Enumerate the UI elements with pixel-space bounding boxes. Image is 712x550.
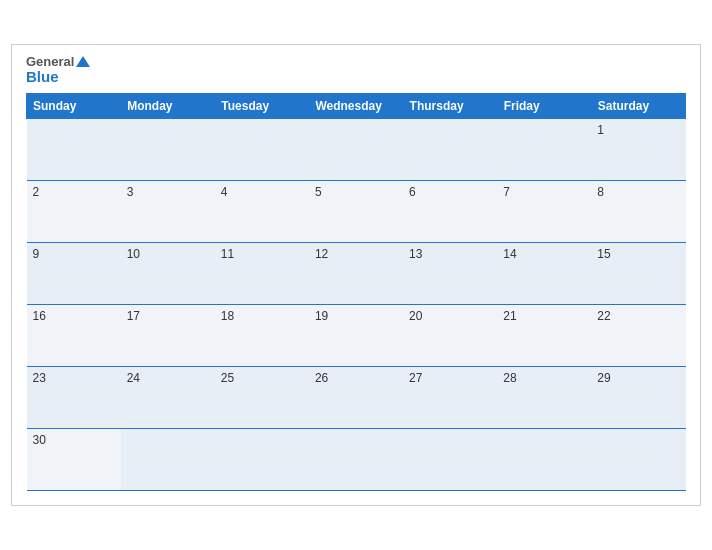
day-number: 13 <box>409 247 422 261</box>
day-number: 18 <box>221 309 234 323</box>
day-number: 22 <box>597 309 610 323</box>
calendar-day-cell <box>497 119 591 181</box>
calendar-day-cell <box>215 119 309 181</box>
calendar-day-cell: 4 <box>215 181 309 243</box>
day-number: 2 <box>33 185 40 199</box>
day-number: 28 <box>503 371 516 385</box>
calendar-week-row: 2345678 <box>27 181 686 243</box>
calendar-day-cell: 5 <box>309 181 403 243</box>
day-number: 8 <box>597 185 604 199</box>
day-number: 9 <box>33 247 40 261</box>
calendar-week-row: 30 <box>27 429 686 491</box>
calendar-day-cell: 2 <box>27 181 121 243</box>
calendar-day-cell: 14 <box>497 243 591 305</box>
calendar-day-cell: 26 <box>309 367 403 429</box>
calendar-day-cell: 29 <box>591 367 685 429</box>
weekday-header-row: SundayMondayTuesdayWednesdayThursdayFrid… <box>27 94 686 119</box>
day-number: 10 <box>127 247 140 261</box>
calendar-day-cell: 28 <box>497 367 591 429</box>
day-number: 24 <box>127 371 140 385</box>
calendar-day-cell: 6 <box>403 181 497 243</box>
day-number: 14 <box>503 247 516 261</box>
calendar-container: General Blue SundayMondayTuesdayWednesda… <box>11 44 701 507</box>
calendar-day-cell: 13 <box>403 243 497 305</box>
calendar-day-cell <box>309 119 403 181</box>
calendar-thead: SundayMondayTuesdayWednesdayThursdayFrid… <box>27 94 686 119</box>
day-number: 27 <box>409 371 422 385</box>
calendar-day-cell <box>215 429 309 491</box>
calendar-day-cell: 3 <box>121 181 215 243</box>
calendar-day-cell: 25 <box>215 367 309 429</box>
day-number: 25 <box>221 371 234 385</box>
calendar-week-row: 16171819202122 <box>27 305 686 367</box>
calendar-day-cell <box>403 429 497 491</box>
day-number: 15 <box>597 247 610 261</box>
weekday-header-thursday: Thursday <box>403 94 497 119</box>
logo-triangle-icon <box>76 56 90 67</box>
calendar-day-cell: 23 <box>27 367 121 429</box>
calendar-day-cell: 17 <box>121 305 215 367</box>
day-number: 30 <box>33 433 46 447</box>
calendar-week-row: 9101112131415 <box>27 243 686 305</box>
calendar-day-cell <box>591 429 685 491</box>
day-number: 19 <box>315 309 328 323</box>
weekday-header-sunday: Sunday <box>27 94 121 119</box>
calendar-day-cell: 20 <box>403 305 497 367</box>
day-number: 1 <box>597 123 604 137</box>
calendar-day-cell: 16 <box>27 305 121 367</box>
calendar-day-cell: 9 <box>27 243 121 305</box>
calendar-day-cell: 18 <box>215 305 309 367</box>
calendar-day-cell <box>27 119 121 181</box>
calendar-day-cell: 12 <box>309 243 403 305</box>
calendar-header: General Blue <box>26 55 686 86</box>
day-number: 5 <box>315 185 322 199</box>
day-number: 26 <box>315 371 328 385</box>
day-number: 11 <box>221 247 234 261</box>
calendar-day-cell <box>121 119 215 181</box>
calendar-body: 1234567891011121314151617181920212223242… <box>27 119 686 491</box>
day-number: 4 <box>221 185 228 199</box>
day-number: 7 <box>503 185 510 199</box>
weekday-header-wednesday: Wednesday <box>309 94 403 119</box>
day-number: 17 <box>127 309 140 323</box>
calendar-day-cell: 19 <box>309 305 403 367</box>
day-number: 6 <box>409 185 416 199</box>
calendar-week-row: 23242526272829 <box>27 367 686 429</box>
calendar-day-cell <box>497 429 591 491</box>
calendar-day-cell: 8 <box>591 181 685 243</box>
logo: General Blue <box>26 55 90 86</box>
day-number: 20 <box>409 309 422 323</box>
calendar-day-cell <box>309 429 403 491</box>
calendar-table: SundayMondayTuesdayWednesdayThursdayFrid… <box>26 93 686 491</box>
day-number: 12 <box>315 247 328 261</box>
day-number: 16 <box>33 309 46 323</box>
calendar-day-cell: 24 <box>121 367 215 429</box>
calendar-day-cell: 22 <box>591 305 685 367</box>
weekday-header-friday: Friday <box>497 94 591 119</box>
logo-blue-text: Blue <box>26 69 90 86</box>
calendar-day-cell: 11 <box>215 243 309 305</box>
calendar-day-cell <box>121 429 215 491</box>
calendar-day-cell: 15 <box>591 243 685 305</box>
calendar-day-cell: 7 <box>497 181 591 243</box>
day-number: 21 <box>503 309 516 323</box>
calendar-day-cell: 30 <box>27 429 121 491</box>
calendar-day-cell: 27 <box>403 367 497 429</box>
weekday-header-saturday: Saturday <box>591 94 685 119</box>
calendar-day-cell: 10 <box>121 243 215 305</box>
calendar-day-cell: 1 <box>591 119 685 181</box>
weekday-header-monday: Monday <box>121 94 215 119</box>
day-number: 29 <box>597 371 610 385</box>
calendar-week-row: 1 <box>27 119 686 181</box>
calendar-day-cell: 21 <box>497 305 591 367</box>
day-number: 3 <box>127 185 134 199</box>
day-number: 23 <box>33 371 46 385</box>
logo-general-text: General <box>26 55 90 69</box>
calendar-day-cell <box>403 119 497 181</box>
weekday-header-tuesday: Tuesday <box>215 94 309 119</box>
